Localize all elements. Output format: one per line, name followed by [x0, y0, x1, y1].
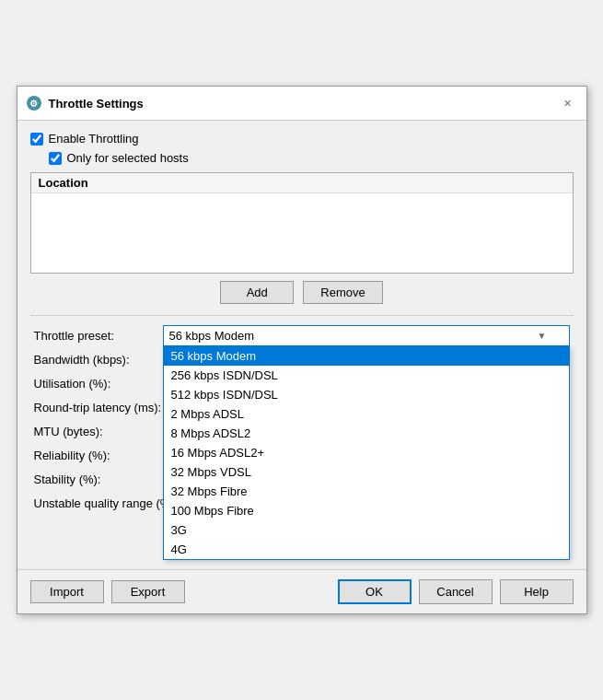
- close-button[interactable]: ×: [559, 94, 577, 112]
- location-header: Location: [31, 173, 573, 193]
- import-button[interactable]: Import: [30, 580, 104, 603]
- location-content: [31, 193, 573, 267]
- enable-throttling-checkbox[interactable]: [30, 133, 43, 146]
- preset-option-32mbps-vdsl[interactable]: 32 Mbps VDSL: [164, 462, 569, 482]
- preset-option-256kbps[interactable]: 256 kbps ISDN/DSL: [164, 366, 569, 385]
- ok-button[interactable]: OK: [338, 579, 412, 604]
- remove-button[interactable]: Remove: [303, 281, 382, 304]
- dialog-content: Enable Throttling Only for selected host…: [17, 121, 586, 569]
- app-icon: ⚙: [27, 96, 41, 111]
- divider: [30, 315, 574, 316]
- chevron-down-icon: ▼: [538, 331, 547, 341]
- add-button[interactable]: Add: [220, 281, 294, 304]
- settings-area: Throttle preset: 56 kbps Modem ▼ 56 kbps…: [30, 325, 574, 513]
- dialog-title: Throttle Settings: [49, 97, 144, 111]
- title-bar: ⚙ Throttle Settings ×: [17, 87, 586, 121]
- enable-throttling-label[interactable]: Enable Throttling: [49, 132, 139, 146]
- help-button[interactable]: Help: [500, 579, 574, 604]
- title-bar-left: ⚙ Throttle Settings: [27, 96, 144, 111]
- preset-label: Throttle preset:: [34, 329, 163, 343]
- throttle-settings-dialog: ⚙ Throttle Settings × Enable Throttling …: [17, 86, 587, 614]
- preset-option-2mbps[interactable]: 2 Mbps ADSL: [164, 404, 569, 424]
- footer-left: Import Export: [30, 580, 185, 603]
- preset-select-wrapper: 56 kbps Modem ▼ 56 kbps Modem 256 kbps I…: [163, 325, 570, 346]
- only-hosts-row: Only for selected hosts: [49, 151, 574, 165]
- preset-option-512kbps[interactable]: 512 kbps ISDN/DSL: [164, 385, 569, 404]
- preset-option-32mbps-fibre[interactable]: 32 Mbps Fibre: [164, 482, 569, 501]
- preset-selected-value: 56 kbps Modem: [169, 329, 255, 343]
- preset-option-100mbps[interactable]: 100 Mbps Fibre: [164, 501, 569, 520]
- preset-option-16mbps[interactable]: 16 Mbps ADSL2+: [164, 443, 569, 462]
- enable-throttling-row: Enable Throttling: [30, 132, 574, 146]
- footer: Import Export OK Cancel Help: [17, 569, 586, 613]
- preset-dropdown: 56 kbps Modem 256 kbps ISDN/DSL 512 kbps…: [163, 346, 570, 560]
- add-remove-row: Add Remove: [30, 281, 574, 304]
- only-hosts-label[interactable]: Only for selected hosts: [67, 151, 189, 165]
- preset-option-8mbps[interactable]: 8 Mbps ADSL2: [164, 424, 569, 443]
- cancel-button[interactable]: Cancel: [419, 579, 493, 604]
- preset-row: Throttle preset: 56 kbps Modem ▼ 56 kbps…: [34, 325, 570, 346]
- only-hosts-checkbox[interactable]: [49, 152, 62, 165]
- footer-right: OK Cancel Help: [338, 579, 574, 604]
- preset-option-4g[interactable]: 4G: [164, 540, 569, 559]
- preset-option-3g[interactable]: 3G: [164, 520, 569, 540]
- export-button[interactable]: Export: [111, 580, 185, 603]
- preset-select-display[interactable]: 56 kbps Modem ▼: [163, 325, 570, 346]
- preset-option-56kbps[interactable]: 56 kbps Modem: [164, 346, 569, 366]
- location-box: Location: [30, 172, 574, 274]
